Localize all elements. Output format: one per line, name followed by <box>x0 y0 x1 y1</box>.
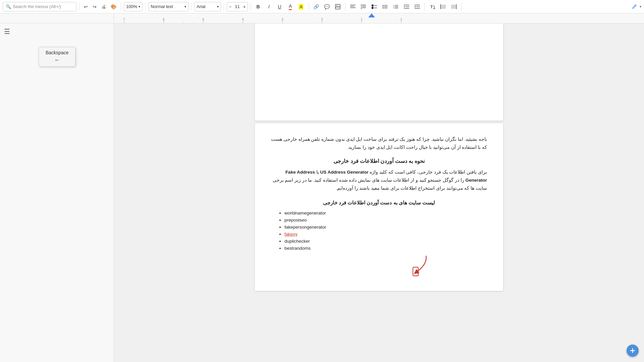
list-item-duplichecker: duplichecker <box>284 239 487 244</box>
list-item-bestrandoms: bestrandoms <box>284 246 487 251</box>
svg-text:T: T <box>430 5 433 9</box>
paragraph-2: برای یافتن اطلاعات یک فرد خارجی، کافی اس… <box>271 168 487 193</box>
highlight-button[interactable]: A <box>297 2 306 11</box>
font-size-control: − 11 + <box>227 2 248 11</box>
svg-text:7: 7 <box>123 18 125 21</box>
svg-text:6: 6 <box>163 18 165 21</box>
font-size-decrease-button[interactable]: − <box>227 2 233 11</box>
svg-point-14 <box>382 6 383 7</box>
paint-format-button[interactable]: 🎨 <box>109 2 118 11</box>
svg-rect-10 <box>372 7 373 9</box>
clear-format-button[interactable]: T <box>428 2 437 11</box>
svg-marker-56 <box>368 13 375 17</box>
right-border-button[interactable] <box>449 2 459 11</box>
italic-button[interactable]: I <box>264 2 274 11</box>
svg-text:5: 5 <box>202 18 204 21</box>
link-button[interactable]: 🔗 <box>312 2 321 11</box>
list-item-prepostseo: prepostseo <box>284 218 487 223</box>
font-value: Arial <box>197 4 205 9</box>
menu-icon[interactable]: ☰ <box>4 27 10 36</box>
print-button[interactable]: 🖨 <box>100 2 108 11</box>
text-style-value: Normal text <box>151 4 173 9</box>
divider-8 <box>345 3 345 11</box>
divider-7 <box>309 3 309 11</box>
svg-text:3: 3 <box>281 18 283 21</box>
document-page-1 <box>255 23 503 121</box>
font-chevron-icon: ▾ <box>217 5 219 8</box>
search-input-label[interactable]: Search the menus (Alt+/) <box>13 4 61 9</box>
text-style-select[interactable]: Normal text ▾ <box>148 2 189 11</box>
fakexy-link[interactable]: fakexy <box>284 232 298 237</box>
sidebar: ☰ Backspace ← <box>0 23 114 362</box>
zoom-select[interactable]: 100% ▾ <box>124 2 143 11</box>
image-button[interactable] <box>333 2 342 11</box>
svg-point-12 <box>382 5 383 6</box>
svg-text:1: 1 <box>400 18 402 21</box>
undo-button[interactable]: ↩ <box>82 2 90 11</box>
line-spacing-button[interactable] <box>359 2 368 11</box>
divider-6 <box>251 3 251 11</box>
backspace-arrow-icon: ← <box>54 57 60 64</box>
svg-point-1 <box>336 5 337 6</box>
zoom-value: 100% <box>126 4 137 9</box>
annotation-arrow <box>409 254 429 279</box>
highlight-icon: A <box>299 4 303 9</box>
search-icon: 🔍 <box>6 4 11 9</box>
divider-1 <box>79 3 79 11</box>
numbered-list-button[interactable]: 1.2.3. <box>391 2 400 11</box>
backspace-tooltip: Backspace ← <box>39 47 75 67</box>
heading-2: لیست سایت های به دست آوردن اطلاعات فرد خ… <box>271 200 487 206</box>
list-item-worldnamegenerator: worldnamegenerator <box>284 210 487 216</box>
left-border-button[interactable] <box>438 2 448 11</box>
text-cursor-indicator <box>413 267 419 276</box>
divider-3 <box>145 3 146 11</box>
comment-button[interactable]: 💬 <box>322 2 332 11</box>
font-size-increase-button[interactable]: + <box>241 2 247 11</box>
indent-less-button[interactable] <box>402 2 411 11</box>
divider-9 <box>425 3 425 11</box>
list-item-fakexy: fakexy <box>284 232 487 237</box>
style-chevron-icon: ▾ <box>184 5 186 8</box>
paragraph-1: باجه بشیئید. اما نگران نباشید. چرا که هن… <box>271 135 487 152</box>
website-list: worldnamegenerator prepostseo fakeperson… <box>271 210 487 251</box>
divider-2 <box>121 3 121 11</box>
redo-button[interactable]: ↪ <box>91 2 98 11</box>
edit-pen-button[interactable] <box>630 2 639 11</box>
divider-10 <box>461 3 462 11</box>
indent-more-button[interactable] <box>413 2 422 11</box>
bold-button[interactable]: B <box>254 2 263 11</box>
svg-text:3.: 3. <box>393 7 394 9</box>
svg-text:2: 2 <box>321 18 323 21</box>
svg-point-16 <box>382 7 383 8</box>
list-item-fakepersongenerator: fakepersongenerator <box>284 225 487 230</box>
font-color-icon: A <box>289 3 292 10</box>
svg-text:1: 1 <box>361 18 363 21</box>
font-size-value: 11 <box>233 4 241 9</box>
zoom-chevron-icon: ▾ <box>139 5 140 8</box>
checklist-button[interactable] <box>370 2 379 11</box>
svg-text:4: 4 <box>242 18 244 21</box>
edit-mode-group: ▾ <box>630 2 641 11</box>
content-area[interactable]: باجه بشیئید. اما نگران نباشید. چرا که هن… <box>114 23 644 362</box>
edit-mode-chevron-icon: ▾ <box>640 5 641 8</box>
svg-line-31 <box>434 5 435 9</box>
font-select[interactable]: Arial ▾ <box>194 2 221 11</box>
heading-1: نحوه به دست آوردن اطلاعات فرد خارجی <box>271 158 487 164</box>
svg-line-41 <box>635 5 636 6</box>
divider-4 <box>191 3 192 11</box>
menu-search-box[interactable]: 🔍 Search the menus (Alt+/) <box>3 2 76 11</box>
align-button[interactable] <box>348 2 358 11</box>
underline-button[interactable]: U <box>275 2 284 11</box>
bullet-list-button[interactable] <box>380 2 390 11</box>
backspace-label: Backspace <box>46 50 68 55</box>
corner-action-button[interactable] <box>627 345 639 357</box>
font-color-button[interactable]: A <box>286 2 295 11</box>
divider-5 <box>224 3 224 11</box>
toolbar: 🔍 Search the menus (Alt+/) ↩ ↪ 🖨 🎨 100% … <box>0 0 644 13</box>
document-page-2[interactable]: باجه بشیئید. اما نگران نباشید. چرا که هن… <box>255 123 503 291</box>
ruler: 7 6 5 4 3 2 1 1 <box>0 13 644 23</box>
